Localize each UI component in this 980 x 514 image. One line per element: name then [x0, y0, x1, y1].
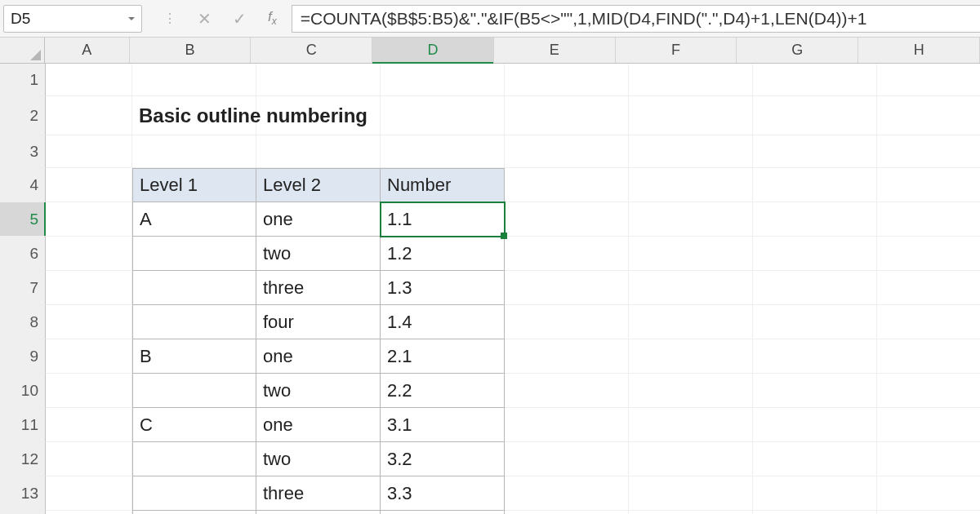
cell-A10[interactable]: [46, 374, 132, 408]
cell-D4-header[interactable]: Number: [381, 168, 505, 202]
cell-C5[interactable]: one: [256, 202, 381, 237]
cell-B6[interactable]: [132, 237, 256, 271]
cell-H6[interactable]: [877, 237, 980, 271]
cell-E7[interactable]: [505, 271, 629, 305]
row-header-1[interactable]: 1: [0, 64, 46, 96]
cell-C7[interactable]: three: [256, 271, 381, 305]
cell-E6[interactable]: [505, 237, 629, 271]
cell-H8[interactable]: [877, 305, 980, 339]
cell-G4[interactable]: [753, 168, 877, 202]
cell-F10[interactable]: [629, 374, 753, 408]
row-header-9[interactable]: 9: [0, 339, 46, 374]
cell-G14[interactable]: [753, 511, 877, 514]
cell-B14[interactable]: D: [132, 511, 256, 514]
cell-D11[interactable]: 3.1: [381, 408, 505, 442]
row-header-5[interactable]: 5: [0, 202, 46, 237]
cell-A5[interactable]: [46, 202, 132, 237]
cell-G8[interactable]: [753, 305, 877, 339]
cell-A14[interactable]: [46, 511, 132, 514]
row-header-12[interactable]: 12: [0, 442, 46, 476]
cell-B1[interactable]: [132, 64, 256, 96]
cell-G1[interactable]: [753, 64, 877, 96]
cell-H10[interactable]: [877, 374, 980, 408]
cell-F9[interactable]: [629, 339, 753, 374]
row-header-7[interactable]: 7: [0, 271, 46, 305]
cell-F12[interactable]: [629, 442, 753, 476]
cell-C3[interactable]: [256, 135, 381, 168]
cell-G11[interactable]: [753, 408, 877, 442]
cell-E2[interactable]: [505, 96, 629, 135]
cell-A6[interactable]: [46, 237, 132, 271]
cell-F4[interactable]: [629, 168, 753, 202]
cell-H1[interactable]: [877, 64, 980, 96]
column-header-H[interactable]: H: [858, 38, 980, 63]
cell-B7[interactable]: [132, 271, 256, 305]
column-header-G[interactable]: G: [737, 38, 858, 63]
cell-C1[interactable]: [256, 64, 381, 96]
column-header-E[interactable]: E: [494, 38, 616, 63]
cell-D10[interactable]: 2.2: [381, 374, 505, 408]
cell-E10[interactable]: [505, 374, 629, 408]
cell-G6[interactable]: [753, 237, 877, 271]
cell-A4[interactable]: [46, 168, 132, 202]
cell-G7[interactable]: [753, 271, 877, 305]
cell-A9[interactable]: [46, 339, 132, 374]
cell-D8[interactable]: 1.4: [381, 305, 505, 339]
cell-E12[interactable]: [505, 442, 629, 476]
cell-A2[interactable]: [46, 96, 132, 135]
column-header-D[interactable]: D: [372, 38, 494, 63]
cell-H11[interactable]: [877, 408, 980, 442]
cell-C10[interactable]: two: [256, 374, 381, 408]
cell-F2[interactable]: [629, 96, 753, 135]
select-all-button[interactable]: [0, 38, 45, 63]
formula-bar[interactable]: =COUNTA($B$5:B5)&"."&IF(B5<>"",1,MID(D4,…: [292, 5, 980, 33]
cell-H4[interactable]: [877, 168, 980, 202]
row-header-4[interactable]: 4: [0, 168, 46, 202]
cell-D3[interactable]: [381, 135, 505, 168]
cell-E3[interactable]: [505, 135, 629, 168]
cell-F7[interactable]: [629, 271, 753, 305]
cell-C4-header[interactable]: Level 2: [256, 168, 381, 202]
enter-icon[interactable]: ✓: [233, 9, 247, 29]
cell-C8[interactable]: four: [256, 305, 381, 339]
cell-B3[interactable]: [132, 135, 256, 168]
cell-A8[interactable]: [46, 305, 132, 339]
row-header-14[interactable]: 14: [0, 511, 46, 514]
cell-H12[interactable]: [877, 442, 980, 476]
cell-F8[interactable]: [629, 305, 753, 339]
fx-icon[interactable]: fx: [268, 9, 277, 27]
row-header-6[interactable]: 6: [0, 237, 46, 271]
cell-F1[interactable]: [629, 64, 753, 96]
cell-F3[interactable]: [629, 135, 753, 168]
cell-D1[interactable]: [381, 64, 505, 96]
cell-H3[interactable]: [877, 135, 980, 168]
cell-F5[interactable]: [629, 202, 753, 237]
cell-E13[interactable]: [505, 476, 629, 511]
name-box-dropdown-icon[interactable]: [122, 6, 141, 32]
cell-C14[interactable]: one: [256, 511, 381, 514]
cell-G9[interactable]: [753, 339, 877, 374]
cell-H7[interactable]: [877, 271, 980, 305]
column-header-F[interactable]: F: [616, 38, 737, 63]
cell-D6[interactable]: 1.2: [381, 237, 505, 271]
cell-B13[interactable]: [132, 476, 256, 511]
cell-A3[interactable]: [46, 135, 132, 168]
cell-C9[interactable]: one: [256, 339, 381, 374]
cell-D14[interactable]: 4.1: [381, 511, 505, 514]
column-header-C[interactable]: C: [251, 38, 372, 63]
cell-B5[interactable]: A: [132, 202, 256, 237]
cell-G10[interactable]: [753, 374, 877, 408]
cell-G5[interactable]: [753, 202, 877, 237]
cell-B4-header[interactable]: Level 1: [132, 168, 256, 202]
row-header-11[interactable]: 11: [0, 408, 46, 442]
cell-H5[interactable]: [877, 202, 980, 237]
cell-E8[interactable]: [505, 305, 629, 339]
cell-D7[interactable]: 1.3: [381, 271, 505, 305]
row-header-3[interactable]: 3: [0, 135, 46, 168]
cell-F14[interactable]: [629, 511, 753, 514]
cell-H2[interactable]: [877, 96, 980, 135]
cell-A12[interactable]: [46, 442, 132, 476]
name-box[interactable]: D5: [3, 5, 142, 33]
cell-B9[interactable]: B: [132, 339, 256, 374]
cell-B8[interactable]: [132, 305, 256, 339]
